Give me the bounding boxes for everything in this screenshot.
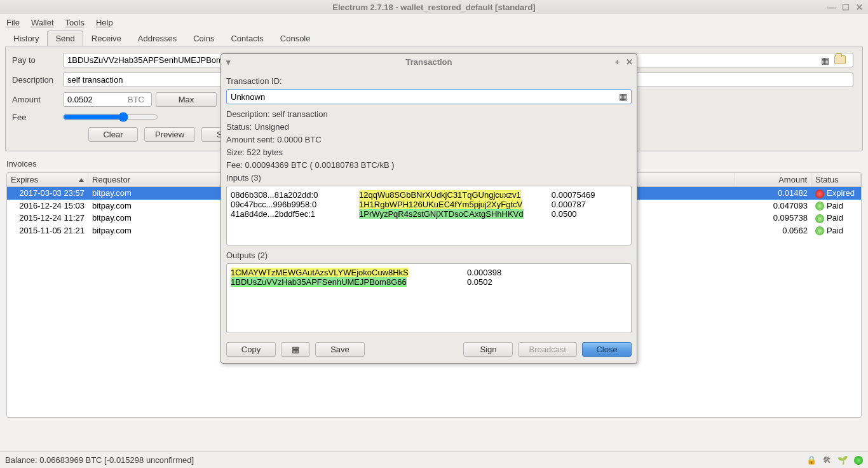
col-amount[interactable]: Amount [735, 173, 811, 186]
paid-icon [815, 214, 824, 223]
expired-icon [815, 189, 824, 198]
description-label: Description [12, 75, 63, 85]
sign-button[interactable]: Sign [463, 342, 513, 357]
save-button[interactable]: Save [315, 342, 365, 357]
tx-size: Size: 522 bytes [226, 148, 632, 157]
network-status-icon[interactable] [854, 456, 863, 465]
tx-fee: Fee: 0.00094369 BTC ( 0.00180783 BTC/kB … [226, 160, 632, 170]
copy-button[interactable]: Copy [226, 342, 276, 357]
transaction-dialog: ▾ Transaction + ✕ Transaction ID: Unknow… [220, 53, 637, 364]
menu-tools[interactable]: Tools [65, 18, 85, 27]
menu-help[interactable]: Help [96, 18, 113, 27]
clear-button[interactable]: Clear [88, 127, 138, 142]
fee-slider[interactable] [63, 112, 158, 122]
dialog-menu-icon[interactable]: ▾ [226, 57, 231, 67]
tx-amount-sent: Amount sent: 0.0000 BTC [226, 135, 632, 144]
col-expires[interactable]: Expires [7, 173, 88, 186]
pay-to-label: Pay to [12, 55, 63, 65]
menu-file[interactable]: File [6, 18, 20, 27]
minimize-icon[interactable]: — [827, 3, 836, 12]
tab-contacts[interactable]: Contacts [222, 31, 271, 46]
sort-asc-icon [79, 178, 84, 182]
col-status[interactable]: Status [811, 173, 861, 186]
outputs-label: Outputs (2) [226, 251, 632, 260]
tab-receive[interactable]: Receive [83, 31, 130, 46]
txid-value: Unknown [231, 92, 265, 102]
dialog-maximize-icon[interactable]: + [614, 57, 620, 67]
qr-button[interactable]: ▦ [281, 342, 310, 357]
dialog-title: Transaction [406, 57, 452, 67]
open-file-icon[interactable] [834, 55, 846, 64]
seed-icon[interactable]: 🌱 [837, 455, 848, 465]
paid-icon [815, 226, 824, 235]
dialog-close-icon[interactable]: ✕ [626, 57, 633, 67]
qr-icon[interactable]: ▦ [821, 55, 829, 65]
status-bar: Balance: 0.06683969 BTC [-0.015298 uncon… [0, 451, 868, 468]
main-titlebar: Electrum 2.7.18 - wallet_restored_defaul… [0, 0, 868, 14]
amount-label: Amount [12, 95, 63, 104]
paid-icon [815, 202, 824, 210]
inputs-box[interactable]: 08d6b308...81a202dd:012qqWu8SGbBNrXUdkjC… [226, 186, 632, 245]
tabbar: History Send Receive Addresses Coins Con… [5, 31, 863, 46]
tx-description: Description: self transaction [226, 109, 632, 119]
txid-qr-icon[interactable]: ▦ [619, 92, 627, 102]
lock-icon[interactable]: 🔒 [806, 455, 817, 465]
tab-addresses[interactable]: Addresses [130, 31, 185, 46]
preview-button[interactable]: Preview [144, 127, 195, 142]
maximize-icon[interactable]: ☐ [842, 3, 850, 12]
settings-icon[interactable]: 🛠 [823, 455, 831, 465]
menu-wallet[interactable]: Wallet [31, 18, 54, 27]
max-button[interactable]: Max [156, 92, 217, 107]
fee-label: Fee [12, 113, 63, 122]
inputs-label: Inputs (3) [226, 173, 632, 182]
close-icon[interactable]: ✕ [856, 3, 863, 12]
tab-send[interactable]: Send [47, 31, 83, 46]
txid-field[interactable]: Unknown ▦ [226, 89, 632, 104]
amount-unit: BTC [128, 95, 144, 104]
broadcast-button: Broadcast [518, 342, 577, 357]
close-button[interactable]: Close [582, 342, 632, 357]
balance-text: Balance: 0.06683969 BTC [-0.015298 uncon… [5, 455, 194, 465]
tab-console[interactable]: Console [272, 31, 319, 46]
menubar: File Wallet Tools Help [0, 14, 868, 31]
window-title: Electrum 2.7.18 - wallet_restored_defaul… [332, 3, 535, 12]
outputs-box[interactable]: 1CMAYWTzMEWGAutAzsVLYWEjokoCuw8HkS0.0003… [226, 263, 632, 333]
txid-label: Transaction ID: [226, 76, 632, 86]
tab-history[interactable]: History [5, 31, 47, 46]
tab-coins[interactable]: Coins [185, 31, 222, 46]
tx-status: Status: Unsigned [226, 122, 632, 132]
